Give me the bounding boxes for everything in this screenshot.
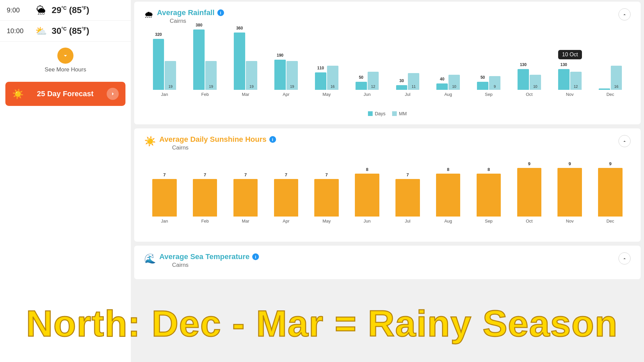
bar-group-sep: 50 9 Sep (469, 29, 509, 97)
sunshine-card: ☀️ Average Daily Sunshine Hours i Cairns (134, 128, 641, 242)
hour-time: 9:00 (7, 6, 30, 14)
month-label: Jun (364, 219, 371, 224)
mm-bar: 130 (558, 69, 570, 90)
sunshine-bar: 9 (517, 168, 541, 217)
sunshine-bar-group-jul: 7 Jul (387, 160, 428, 224)
mm-bar: 50 (356, 82, 367, 90)
forecast-label: 25 Day Forecast (28, 89, 103, 98)
see-more-circle (57, 48, 73, 64)
sunshine-location: Cairns (172, 144, 276, 151)
sunshine-bar-group-jun: 8 Jun (347, 160, 387, 224)
sunshine-bar: 7 (152, 179, 176, 217)
sunshine-card-header: ☀️ Average Daily Sunshine Hours i Cairns (144, 135, 631, 151)
sunshine-bar-group-oct: 9 Oct (509, 160, 549, 224)
weather-icon: ⛅ (34, 25, 48, 37)
sunshine-bar-group-feb: 7 Feb (185, 160, 225, 224)
bar-group-feb: 380 19 Feb (185, 29, 225, 97)
forecast-button[interactable]: ☀️ 25 Day Forecast (5, 82, 125, 106)
month-label: Apr (283, 92, 289, 97)
sea-temp-collapse-button[interactable] (619, 252, 631, 264)
mm-bar: 40 (436, 83, 448, 90)
sunshine-collapse-button[interactable] (619, 135, 631, 147)
month-label: Feb (201, 219, 209, 224)
month-label: Dec (606, 219, 614, 224)
month-label: May (322, 92, 331, 97)
sea-temp-title-text: Average Sea Temperature (159, 252, 250, 261)
days-bar: 9 (489, 76, 500, 90)
month-label: Dec (606, 92, 614, 97)
month-label: Aug (444, 219, 452, 224)
sunshine-title-group: Average Daily Sunshine Hours i Cairns (159, 135, 276, 151)
bar-group-dec: 16 Dec (590, 29, 631, 97)
days-bar: 12 (368, 72, 379, 90)
sunshine-bar: 7 (193, 179, 217, 217)
sunshine-bar-group-sep: 8 Sep (469, 160, 509, 224)
days-bar: 19 (286, 61, 298, 90)
chevron-down-icon (62, 52, 69, 59)
rainfall-collapse-button[interactable] (619, 8, 631, 20)
bar-group-may: 110 16 May (306, 29, 347, 97)
month-label: Jul (405, 92, 411, 97)
month-label: Sep (485, 92, 492, 97)
rainfall-card-header: 🌧 Average Rainfall i Cairns (144, 8, 631, 24)
sunshine-bar: 7 (395, 179, 420, 217)
mm-bar: 190 (274, 60, 286, 90)
mm-bar: 130 (518, 69, 529, 90)
bar-group-jul: 30 11 Jul (387, 29, 428, 97)
month-label: Apr (283, 219, 289, 224)
weather-icon: 🌦 (34, 5, 48, 16)
rainfall-info-badge[interactable]: i (217, 9, 224, 16)
month-label: Jan (161, 219, 168, 224)
bar-group-aug: 40 10 Aug (428, 29, 469, 97)
sea-temp-title-group: Average Sea Temperature i Cairns (159, 252, 259, 268)
days-bar: 11 (408, 73, 419, 90)
bar-group-oct: 130 10 Oct (509, 29, 549, 97)
chevron-up-icon (622, 138, 627, 144)
hour-temp: 29°C (85°F) (52, 5, 89, 15)
month-label: Jan (161, 92, 168, 97)
sea-temp-location: Cairns (172, 262, 259, 268)
sunshine-bar: 7 (314, 179, 338, 217)
bar-group-nov: 130 12 Nov (549, 29, 590, 97)
mm-bar: 320 (153, 39, 164, 90)
sunshine-title-area: ☀️ Average Daily Sunshine Hours i Cairns (144, 135, 276, 151)
hour-time: 10:00 (7, 27, 30, 35)
days-legend-label: Days (375, 111, 385, 116)
rainfall-card: 🌧 Average Rainfall i Cairns (134, 2, 641, 124)
sunshine-bar: 9 (598, 168, 622, 217)
mm-bar: 380 (193, 29, 205, 90)
arrow-right-icon (110, 91, 116, 97)
chevron-up-icon (622, 256, 627, 261)
sunshine-bar-chart: 7 Jan 7 Feb 7 (144, 157, 631, 234)
see-more-hours-button[interactable]: See More Hours (0, 42, 131, 79)
rainfall-legend: Days MM (144, 111, 631, 116)
hour-row-9: 9:00 🌦 29°C (85°F) (0, 0, 131, 21)
mm-bar: 30 (396, 85, 408, 90)
mm-bar: 110 (315, 72, 326, 90)
sea-temp-title-area: 🌊 Average Sea Temperature i Cairns (144, 252, 259, 268)
sea-temp-info-badge[interactable]: i (252, 253, 259, 260)
sunshine-title-text: Average Daily Sunshine Hours (159, 135, 267, 144)
rainfall-title-group: Average Rainfall i Cairns (157, 8, 224, 24)
hour-temp: 30°C (85°F) (52, 26, 89, 36)
month-label: Jul (405, 219, 411, 224)
rainfall-title-text: Average Rainfall (157, 8, 215, 17)
bar-group-jan: 320 19 Jan (144, 29, 185, 97)
sunshine-bar-group-mar: 7 Mar (225, 160, 266, 224)
month-label: Sep (485, 219, 492, 224)
sunshine-bar: 9 (557, 168, 582, 217)
days-bar: 16 (611, 66, 622, 90)
sunshine-info-badge[interactable]: i (269, 136, 276, 143)
sunshine-bar-group-may: 7 May (306, 160, 347, 224)
days-bar: 19 (165, 61, 176, 90)
sea-temp-card: 🌊 Average Sea Temperature i Cairns (134, 246, 641, 279)
month-label: Nov (566, 219, 574, 224)
month-label: Mar (242, 92, 249, 97)
days-bar: 16 (327, 66, 338, 90)
see-more-label: See More Hours (45, 66, 86, 73)
month-label: May (322, 219, 331, 224)
sunshine-bar: 7 (274, 179, 298, 217)
days-bar: 10 (530, 75, 541, 90)
rainfall-bar-chart: 320 19 Jan 380 19 (144, 30, 631, 107)
days-bar: 19 (205, 61, 217, 90)
